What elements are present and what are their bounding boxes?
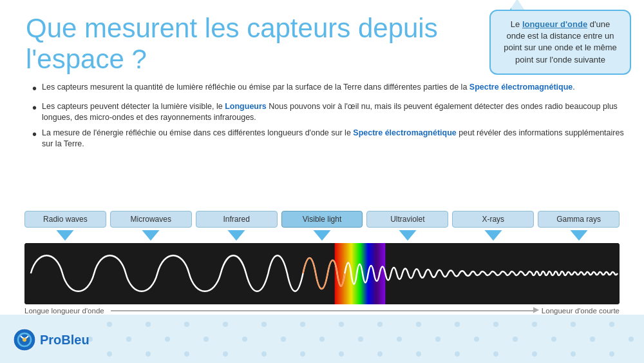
svg-point-39 [107,351,112,357]
arrow-infrared [196,230,278,242]
label-infrared: Infrared [196,211,278,228]
svg-point-42 [223,351,228,357]
arrow-uv [366,230,448,242]
page-title: Que mesurent les capteurs depuis l'espac… [26,13,444,75]
bottom-strip: ProBleu [0,315,644,363]
tooltip-bubble: Le longueur d'onde d'une onde est la dis… [489,10,631,75]
svg-point-33 [435,337,440,342]
arrow-gamma [538,230,620,242]
dot-pattern-svg [0,315,644,363]
logo-area[interactable]: ProBleu [13,328,90,351]
logo-text: ProBleu [40,333,90,348]
spectrum-section: Radio waves Microwaves Infrared Visible … [0,211,644,315]
svg-marker-3 [314,230,331,240]
svg-rect-7 [24,243,620,304]
main-content: Que mesurent les capteurs depuis l'espac… [0,0,644,363]
svg-marker-0 [57,230,74,240]
svg-point-31 [358,337,363,342]
logo-bleu: Bleu [61,333,89,347]
logo-pro: Pro [40,333,61,347]
bullet-item-3: • La mesure de l'énergie réfléchie ou ém… [32,128,625,150]
wave-svg [24,243,620,304]
svg-point-44 [300,351,305,357]
wave-container [24,243,620,304]
svg-marker-5 [484,230,502,240]
svg-point-40 [146,351,151,357]
link-spectre-2[interactable]: Spectre électromagnétique [353,128,456,137]
arrow-visible [281,230,363,242]
svg-point-32 [397,337,402,342]
svg-point-19 [455,322,460,327]
svg-marker-4 [399,230,416,240]
svg-point-38 [629,337,634,342]
tooltip-highlight: longueur d'onde [522,19,587,29]
label-gamma: Gamma rays [538,211,620,228]
svg-point-30 [319,337,325,342]
svg-point-35 [513,337,518,342]
svg-point-34 [474,337,479,342]
arrow-xray [452,230,534,242]
bullet-list: • Les capteurs mesurent la quantité de l… [26,82,625,150]
svg-point-16 [339,322,344,327]
label-xray: X-rays [452,211,534,228]
svg-point-45 [339,351,344,357]
svg-point-21 [532,322,537,327]
svg-point-29 [281,337,286,342]
svg-point-36 [551,337,556,342]
svg-point-17 [377,322,383,327]
bullet-item-1: • Les capteurs mesurent la quantité de l… [32,82,625,97]
svg-point-18 [416,322,421,327]
svg-point-52 [609,351,614,357]
link-longueurs[interactable]: Longueurs [225,102,267,111]
link-spectre-1[interactable]: Spectre électromagnétique [469,83,573,92]
arrow-radio [24,230,106,242]
label-ultraviolet: Ultraviolet [366,211,448,228]
svg-point-49 [493,351,498,357]
bullet-text-1: Les capteurs mesurent la quantité de lum… [42,82,575,93]
spectrum-labels-row: Radio waves Microwaves Infrared Visible … [19,211,625,228]
svg-point-23 [609,322,614,327]
arrows-row [19,230,625,242]
label-visible: Visible light [281,211,363,228]
bullet-dot-3: • [32,125,37,143]
bullet-text-2: Les capteurs peuvent détecter la lumière… [42,101,625,124]
svg-point-46 [377,351,383,357]
svg-point-22 [571,322,576,327]
svg-point-12 [184,322,189,327]
svg-point-27 [204,337,209,342]
svg-point-11 [146,322,151,327]
svg-point-28 [242,337,247,342]
svg-marker-1 [142,230,160,240]
svg-marker-2 [228,230,245,240]
svg-point-37 [590,337,595,342]
svg-point-15 [300,322,305,327]
wavelength-right-label: Longueur d'onde courte [542,307,620,315]
svg-point-50 [532,351,537,357]
svg-point-26 [165,337,170,342]
bullet-dot-1: • [32,79,37,97]
svg-point-48 [455,351,460,357]
svg-point-10 [107,322,112,327]
svg-point-47 [416,351,421,357]
svg-point-20 [493,322,498,327]
bullet-item-2: • Les capteurs peuvent détecter la lumiè… [32,101,625,124]
svg-marker-6 [570,230,587,240]
wavelength-arrow [111,307,535,315]
svg-point-13 [223,322,228,327]
svg-point-43 [261,351,267,357]
svg-rect-8 [335,243,386,304]
svg-point-25 [126,337,131,342]
label-micro: Microwaves [110,211,192,228]
svg-point-54 [23,338,26,342]
label-radio: Radio waves [24,211,106,228]
wavelength-left-label: Longue longueur d'onde [24,307,104,315]
wavelength-labels: Longue longueur d'onde Longueur d'onde c… [19,307,625,315]
svg-point-51 [571,351,576,357]
arrow-micro [110,230,192,242]
wavelength-arrow-line [111,310,535,311]
bullet-dot-2: • [32,99,37,117]
svg-point-14 [261,322,267,327]
bullet-text-3: La mesure de l'énergie réfléchie ou émis… [42,128,625,150]
logo-icon [13,328,36,351]
svg-point-41 [184,351,189,357]
